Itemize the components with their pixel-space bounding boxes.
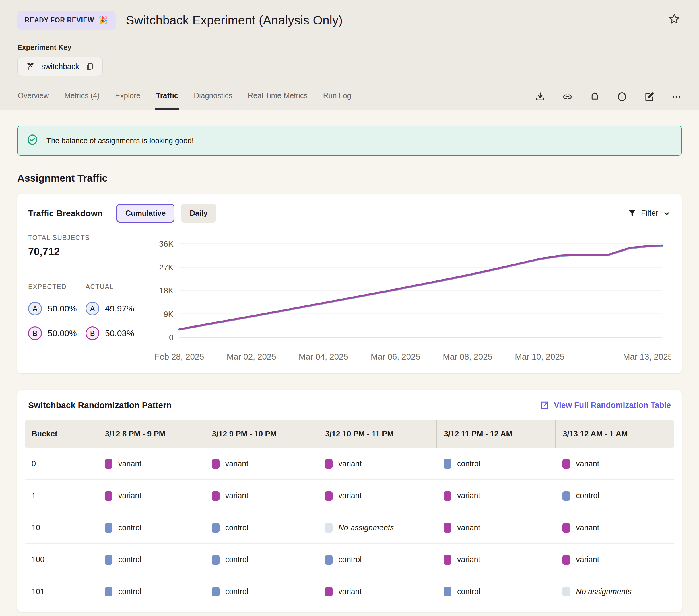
assignment-label: variant bbox=[457, 555, 480, 564]
no-assignment-chip bbox=[325, 523, 332, 533]
assignment-cell: control bbox=[98, 544, 205, 576]
share-link-button[interactable] bbox=[562, 92, 573, 102]
tab-real-time-metrics[interactable]: Real Time Metrics bbox=[247, 91, 308, 109]
assignment-label: variant bbox=[576, 523, 599, 532]
notifications-button[interactable] bbox=[589, 92, 600, 102]
tab-metrics[interactable]: Metrics (4) bbox=[64, 91, 100, 109]
main-content: The balance of assignments is looking go… bbox=[0, 125, 699, 616]
assignment-label: variant bbox=[338, 459, 361, 468]
view-full-randomization-table-link[interactable]: View Full Randomization Table bbox=[540, 401, 671, 410]
assignment-label: control bbox=[457, 459, 480, 468]
assignment-cell: variant bbox=[437, 480, 555, 512]
info-button[interactable] bbox=[617, 92, 627, 102]
assignment-cell: variant bbox=[318, 576, 437, 607]
assignment-cell: control bbox=[205, 576, 318, 607]
edit-icon bbox=[644, 99, 655, 103]
variant-chip bbox=[325, 459, 332, 469]
bucket-cell: 100 bbox=[25, 544, 98, 576]
actual-b-value: 50.03% bbox=[105, 329, 134, 338]
cumulative-toggle[interactable]: Cumulative bbox=[117, 204, 174, 223]
chevron-down-icon bbox=[663, 209, 671, 217]
copy-icon[interactable] bbox=[85, 62, 94, 71]
svg-text:Mar 06, 2025: Mar 06, 2025 bbox=[371, 352, 420, 361]
assignment-label: variant bbox=[576, 459, 599, 468]
tab-run-log[interactable]: Run Log bbox=[322, 91, 352, 109]
tab-diagnostics[interactable]: Diagnostics bbox=[193, 91, 233, 109]
bucket-cell: 101 bbox=[25, 576, 98, 607]
assignment-label: variant bbox=[457, 523, 480, 532]
control-chip bbox=[444, 587, 451, 597]
assignment-cell: control bbox=[437, 576, 555, 607]
variant-chip bbox=[105, 491, 113, 501]
expected-a-row: A 50.00% bbox=[28, 302, 85, 316]
assignment-cell: control bbox=[318, 544, 437, 576]
randomization-link-label: View Full Randomization Table bbox=[554, 401, 671, 410]
control-chip bbox=[325, 555, 332, 565]
page-header: READY FOR REVIEW 🎉 Switchback Experiment… bbox=[0, 0, 699, 109]
assignment-label: control bbox=[338, 555, 361, 564]
daily-toggle[interactable]: Daily bbox=[181, 204, 216, 223]
tab-traffic[interactable]: Traffic bbox=[155, 91, 179, 109]
assignment-cell: No assignments bbox=[318, 512, 437, 544]
column-header-time-window: 3/12 11 PM - 12 AM bbox=[437, 420, 555, 448]
expected-b-row: B 50.00% bbox=[28, 326, 85, 340]
traffic-stats-column: TOTAL SUBJECTS 70,712 EXPECTED A 50.00% … bbox=[28, 234, 152, 365]
favorite-star-button[interactable] bbox=[668, 13, 681, 26]
download-icon bbox=[535, 99, 545, 103]
edit-button[interactable] bbox=[644, 92, 655, 102]
column-header-time-window: 3/12 8 PM - 9 PM bbox=[98, 420, 205, 448]
tab-explore[interactable]: Explore bbox=[115, 91, 141, 109]
assignment-label: control bbox=[118, 587, 142, 596]
party-popper-icon: 🎉 bbox=[99, 16, 108, 25]
actual-label: ACTUAL bbox=[85, 283, 143, 291]
variant-chip bbox=[212, 491, 220, 501]
filter-label: Filter bbox=[641, 209, 658, 218]
traffic-breakdown-card: Traffic Breakdown Cumulative Daily Filte… bbox=[17, 194, 682, 373]
split-fork-icon bbox=[26, 62, 35, 71]
total-subjects-label: TOTAL SUBJECTS bbox=[28, 234, 143, 242]
status-badge-label: READY FOR REVIEW bbox=[25, 16, 94, 24]
assignment-cell: variant bbox=[205, 480, 318, 512]
assignment-label: No assignments bbox=[576, 587, 632, 596]
assignment-label: control bbox=[576, 492, 599, 500]
svg-text:0: 0 bbox=[169, 333, 174, 342]
more-button[interactable] bbox=[671, 92, 682, 102]
control-chip bbox=[105, 555, 113, 565]
assignment-cell: variant bbox=[205, 448, 318, 480]
traffic-chart-svg: 09K18K27K36KFeb 28, 2025Mar 02, 2025Mar … bbox=[154, 234, 671, 365]
assignment-cell: variant bbox=[437, 544, 555, 576]
tab-overview[interactable]: Overview bbox=[17, 91, 49, 109]
experiment-key-chip[interactable]: switchback bbox=[17, 57, 103, 76]
expected-label: EXPECTED bbox=[28, 283, 85, 291]
actual-column: ACTUAL A 49.97% B 50.03% bbox=[85, 283, 143, 340]
assignment-label: variant bbox=[576, 555, 599, 564]
variant-chip bbox=[563, 523, 570, 533]
svg-text:9K: 9K bbox=[163, 310, 174, 319]
svg-text:Mar 02, 2025: Mar 02, 2025 bbox=[227, 352, 276, 361]
randomization-card-title: Switchback Randomization Pattern bbox=[28, 400, 172, 410]
view-toggle-group: Cumulative Daily bbox=[117, 204, 216, 223]
variant-a-circle: A bbox=[28, 302, 42, 316]
table-row: 101controlcontrolvariantcontrolNo assign… bbox=[25, 576, 674, 607]
control-chip bbox=[212, 523, 220, 533]
assignment-label: variant bbox=[457, 492, 480, 500]
control-chip bbox=[212, 555, 220, 565]
table-row: 10controlcontrolNo assignmentsvariantvar… bbox=[25, 512, 674, 544]
variant-b-circle: B bbox=[28, 326, 42, 340]
expected-actual-grid: EXPECTED A 50.00% B 50.00% ACTUAL bbox=[28, 283, 143, 340]
variant-chip bbox=[444, 491, 451, 501]
assignment-cell: control bbox=[205, 512, 318, 544]
assignment-label: variant bbox=[338, 492, 361, 500]
assignment-cell: variant bbox=[318, 448, 437, 480]
status-badge: READY FOR REVIEW 🎉 bbox=[17, 11, 116, 29]
actual-a-row: A 49.97% bbox=[85, 302, 143, 316]
expected-b-value: 50.00% bbox=[48, 329, 77, 338]
assignment-label: variant bbox=[118, 459, 142, 468]
external-link-icon bbox=[540, 401, 549, 410]
download-button[interactable] bbox=[535, 92, 545, 102]
header-toolbar bbox=[535, 92, 682, 109]
banner-text: The balance of assignments is looking go… bbox=[47, 136, 194, 145]
filter-button[interactable]: Filter bbox=[628, 209, 671, 218]
link-icon bbox=[562, 99, 573, 103]
assignment-label: variant bbox=[225, 459, 249, 468]
